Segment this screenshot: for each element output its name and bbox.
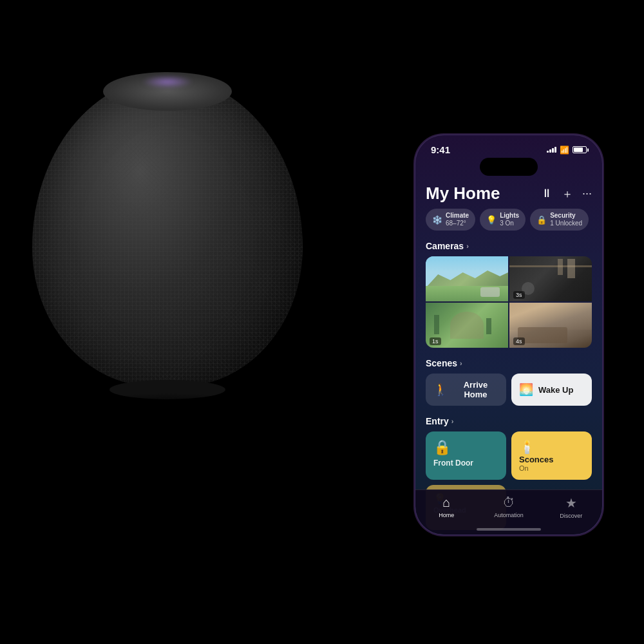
- homepod-mesh-diagonal: [32, 77, 303, 386]
- wifi-icon: 📶: [560, 146, 569, 155]
- entry-section-header[interactable]: Entry ›: [415, 413, 602, 431]
- app-header: My Home ⏸ ＋ ···: [415, 181, 602, 209]
- climate-pill[interactable]: ❄️ Climate 68–72°: [426, 209, 475, 231]
- tab-discover[interactable]: ★ Discover: [540, 495, 602, 519]
- home-tab-icon: ⌂: [442, 495, 450, 510]
- cam4-furniture: [518, 327, 567, 343]
- waveform-icon[interactable]: ⏸: [541, 187, 553, 200]
- security-icon: 🔒: [536, 215, 547, 225]
- tab-home[interactable]: ⌂ Home: [415, 495, 478, 518]
- cam3-timestamp: 1s: [430, 337, 441, 345]
- automation-tab-label: Automation: [494, 512, 524, 518]
- lights-pill[interactable]: 💡 Lights 3 On: [480, 209, 526, 231]
- discover-tab-icon: ★: [565, 495, 577, 511]
- homepod-shadow: [71, 393, 264, 419]
- climate-value: 68–72°: [446, 220, 469, 227]
- cam2-shelf: [509, 265, 592, 267]
- homepod-top-glow: [142, 75, 193, 88]
- camera-cell-4[interactable]: 4s: [509, 303, 592, 348]
- climate-label: Climate: [446, 212, 469, 220]
- cam4-wall: [509, 303, 592, 330]
- homepod-top: [103, 72, 232, 111]
- arrive-home-label: Arrive Home: [453, 380, 498, 399]
- cam1-car: [480, 287, 500, 297]
- discover-tab-label: Discover: [560, 513, 582, 519]
- security-label: Security: [550, 212, 582, 220]
- scenes-row: 🚶 Arrive Home 🌅 Wake Up: [415, 374, 602, 413]
- page-title: My Home: [426, 184, 500, 204]
- arrive-home-icon: 🚶: [433, 383, 448, 397]
- status-bar: 9:41 📶: [415, 135, 602, 158]
- entry-chevron-icon: ›: [451, 417, 454, 425]
- lights-text: Lights 3 On: [500, 212, 519, 227]
- summary-pills: ❄️ Climate 68–72° 💡 Lights 3 On 🔒: [415, 209, 602, 238]
- cam2-item2: [558, 259, 563, 275]
- cam3-path: [450, 312, 483, 339]
- camera-grid: 3s 1s 4s: [426, 256, 592, 348]
- header-icons: ⏸ ＋ ···: [541, 186, 592, 202]
- cam3-tree2: [486, 318, 491, 334]
- dynamic-island: [480, 158, 538, 176]
- battery-icon: [573, 146, 587, 153]
- cam2-item1: [567, 259, 575, 278]
- entry-label: Entry: [426, 416, 449, 426]
- cameras-chevron-icon: ›: [466, 242, 469, 250]
- front-door-card[interactable]: 🔒 Front Door: [426, 431, 506, 480]
- signal-bar-4: [554, 147, 556, 153]
- lights-label: Lights: [500, 212, 519, 220]
- climate-icon: ❄️: [432, 215, 442, 225]
- automation-tab-icon: ⏱: [502, 495, 515, 510]
- status-icons: 📶: [547, 146, 587, 155]
- cameras-label: Cameras: [426, 241, 464, 251]
- home-tab-label: Home: [439, 512, 454, 518]
- security-text: Security 1 Unlocked: [550, 212, 582, 227]
- signal-bars-icon: [547, 147, 556, 153]
- arrive-home-button[interactable]: 🚶 Arrive Home: [426, 374, 506, 406]
- iphone-frame: 9:41 📶 My Home: [415, 135, 602, 535]
- sconces-title: Sconces: [519, 455, 584, 464]
- homepod-body: [32, 77, 303, 386]
- tab-automation[interactable]: ⏱ Automation: [478, 495, 540, 518]
- signal-bar-2: [549, 149, 551, 153]
- security-pill[interactable]: 🔒 Security 1 Unlocked: [530, 209, 589, 231]
- camera-cell-3[interactable]: 1s: [426, 303, 508, 348]
- homepod-container: [19, 39, 328, 541]
- cam4-timestamp: 4s: [513, 337, 525, 345]
- security-value: 1 Unlocked: [550, 220, 582, 227]
- scenes-label: Scenes: [426, 358, 457, 368]
- front-door-title: Front Door: [433, 459, 498, 468]
- cam3-tree1: [434, 315, 439, 334]
- iphone-container: 9:41 📶 My Home: [415, 135, 602, 535]
- wake-up-label: Wake Up: [538, 385, 573, 395]
- sconces-subtitle: On: [519, 464, 584, 472]
- battery-fill: [574, 147, 583, 152]
- cameras-section-header[interactable]: Cameras ›: [415, 238, 602, 256]
- iphone-screen: 9:41 📶 My Home: [415, 135, 602, 535]
- lights-value: 3 On: [500, 220, 519, 227]
- homepod: [32, 77, 303, 386]
- more-icon[interactable]: ···: [582, 187, 592, 200]
- camera-cell-2[interactable]: 3s: [509, 256, 592, 301]
- sconces-card[interactable]: 🕯️ Sconces On: [511, 431, 592, 480]
- lights-icon: 💡: [486, 215, 497, 225]
- status-time: 9:41: [431, 144, 450, 155]
- scenes-section-header[interactable]: Scenes ›: [415, 355, 602, 374]
- scenes-chevron-icon: ›: [460, 359, 462, 367]
- climate-text: Climate 68–72°: [446, 212, 469, 227]
- wake-up-icon: 🌅: [519, 383, 533, 397]
- add-icon[interactable]: ＋: [562, 186, 573, 202]
- signal-bar-1: [547, 151, 549, 153]
- sconces-icon: 🕯️: [519, 440, 535, 454]
- home-indicator: [477, 528, 541, 531]
- camera-cell-1[interactable]: [426, 256, 508, 301]
- front-door-lock-icon: 🔒: [433, 439, 498, 456]
- wake-up-button[interactable]: 🌅 Wake Up: [511, 374, 592, 406]
- cam2-timestamp: 3s: [513, 291, 525, 299]
- signal-bar-3: [552, 148, 554, 153]
